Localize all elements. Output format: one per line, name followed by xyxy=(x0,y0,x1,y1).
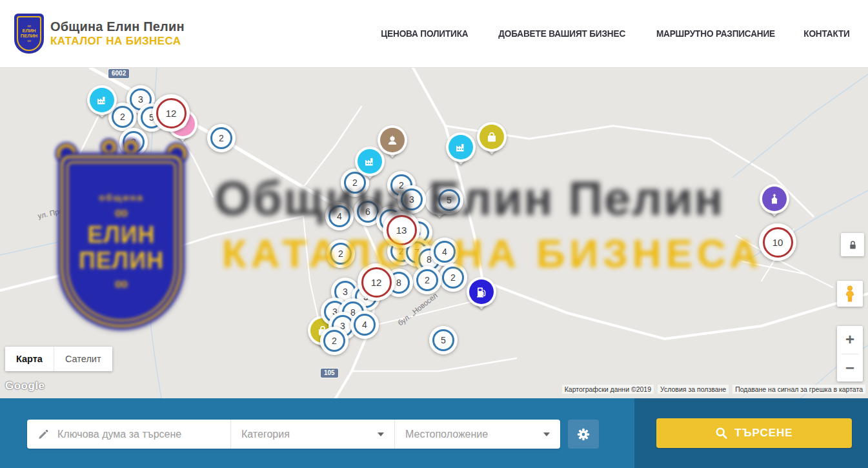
cluster-marker-5[interactable]: 5 xyxy=(435,186,463,214)
road-badge: 105 xyxy=(321,369,338,378)
chevron-down-icon xyxy=(378,432,384,436)
location-select-value: Местоположение xyxy=(405,429,488,440)
site-title: Община Елин Пелин xyxy=(50,19,185,34)
road-badge: 6002 xyxy=(108,69,129,78)
map-type-satellite-button[interactable]: Сателит xyxy=(54,347,112,371)
lock-icon xyxy=(847,239,858,250)
cluster-marker-2[interactable]: 2 xyxy=(119,128,148,156)
worker-icon xyxy=(380,128,405,152)
zoom-control: + − xyxy=(837,326,863,382)
cluster-marker-2[interactable]: 2 xyxy=(413,266,441,294)
nav-item-1[interactable]: ЦЕНОВА ПОЛИТИКА xyxy=(381,28,468,39)
cluster-count: 2 xyxy=(330,243,352,265)
nav-item-3[interactable]: МАРШРУТНО РАЗПИСАНИЕ xyxy=(656,28,775,39)
cluster-marker-13[interactable]: 13 xyxy=(383,211,420,249)
attribution-text: Картографски данни ©2019 xyxy=(562,385,654,394)
cluster-marker-2[interactable]: 2 xyxy=(320,327,348,355)
cluster-marker-12[interactable]: 12 xyxy=(152,94,190,132)
cluster-count: 2 xyxy=(123,131,145,153)
cluster-count: 2 xyxy=(210,127,232,149)
church-icon xyxy=(762,187,787,211)
cluster-count: 3 xyxy=(401,188,423,210)
map-type-control: Карта Сателит xyxy=(5,347,112,371)
main-nav: ЦЕНОВА ПОЛИТИКАДОБАВЕТЕ ВАШИЯТ БИЗНЕСМАР… xyxy=(378,28,851,39)
cluster-count: 2 xyxy=(416,269,438,291)
category-select[interactable]: Категория xyxy=(231,420,395,449)
google-logo[interactable]: Google xyxy=(5,380,45,392)
municipality-logo: ∞ ЕЛИНПЕЛИН ∞ xyxy=(14,14,44,54)
header: ∞ ЕЛИНПЕЛИН ∞ Община Елин Пелин КАТАЛОГ … xyxy=(0,0,868,68)
pencil-icon xyxy=(37,428,50,440)
attribution-link[interactable]: Подаване на сигнал за грешка в картата xyxy=(732,385,865,394)
keyword-input[interactable] xyxy=(57,429,230,440)
pegman-icon xyxy=(843,285,857,302)
category-pin-factory[interactable] xyxy=(87,85,117,115)
pegman-button[interactable] xyxy=(837,281,863,307)
cluster-marker-10[interactable]: 10 xyxy=(759,223,796,261)
cluster-count: 2 xyxy=(323,330,345,352)
cluster-marker-2[interactable]: 2 xyxy=(207,124,236,152)
cluster-marker-3[interactable]: 3 xyxy=(398,185,426,214)
site-subtitle: КАТАЛОГ НА БИЗНЕСА xyxy=(50,35,185,48)
chevron-down-icon xyxy=(543,432,550,436)
cluster-count: 4 xyxy=(354,314,376,336)
cluster-count: 5 xyxy=(438,189,460,211)
cluster-marker-4[interactable]: 4 xyxy=(430,238,459,266)
factory-icon xyxy=(449,135,473,159)
cluster-marker-5[interactable]: 5 xyxy=(429,326,458,354)
nav-item-4[interactable]: КОНТАКТИ xyxy=(803,28,849,39)
cluster-marker-2[interactable]: 2 xyxy=(327,239,355,268)
gear-icon xyxy=(576,427,590,442)
category-pin-worker[interactable] xyxy=(378,125,407,155)
brand[interactable]: ∞ ЕЛИНПЕЛИН ∞ Община Елин Пелин КАТАЛОГ … xyxy=(14,14,185,54)
search-icon xyxy=(715,427,728,440)
bag-icon xyxy=(479,125,504,149)
cluster-count: 4 xyxy=(434,241,456,263)
category-select-value: Категория xyxy=(241,429,290,440)
cluster-marker-12[interactable]: 12 xyxy=(358,263,395,301)
cluster-count: 12 xyxy=(156,98,187,128)
attribution-link[interactable]: Условия за ползване xyxy=(658,385,729,394)
category-pin-church[interactable] xyxy=(760,184,789,214)
cluster-count: 13 xyxy=(387,215,417,245)
zoom-out-button[interactable]: − xyxy=(837,354,863,382)
cluster-count: 6 xyxy=(357,201,379,223)
cluster-marker-4[interactable]: 4 xyxy=(325,202,354,230)
search-box: Категория Местоположение xyxy=(27,420,560,449)
cluster-count: 4 xyxy=(328,205,350,227)
zoom-in-button[interactable]: + xyxy=(837,326,863,354)
cluster-marker-4[interactable]: 4 xyxy=(350,310,379,339)
search-bar: Категория Местоположение ТЪРСЕНЕ xyxy=(0,398,868,468)
category-pin-fuel[interactable] xyxy=(467,277,496,307)
category-pin-factory[interactable] xyxy=(446,132,476,162)
logo-ornament: ∞ xyxy=(27,39,31,43)
map-attribution: Картографски данни ©2019Условия за ползв… xyxy=(562,385,865,394)
category-pin-bag[interactable] xyxy=(477,122,507,152)
map-type-map-button[interactable]: Карта xyxy=(5,347,54,371)
lock-button[interactable] xyxy=(841,233,864,256)
advanced-settings-button[interactable] xyxy=(568,420,599,449)
cluster-count: 2 xyxy=(442,267,464,289)
factory-icon xyxy=(90,88,114,112)
location-select[interactable]: Местоположение xyxy=(395,420,560,449)
logo-name: ЕЛИНПЕЛИН xyxy=(21,28,37,39)
search-button[interactable]: ТЪРСЕНЕ xyxy=(656,418,852,448)
cluster-marker-2[interactable]: 2 xyxy=(439,263,467,292)
nav-item-2[interactable]: ДОБАВЕТЕ ВАШИЯТ БИЗНЕС xyxy=(498,28,625,39)
fuel-icon xyxy=(469,280,494,304)
cluster-count: 5 xyxy=(432,329,454,351)
search-button-label: ТЪРСЕНЕ xyxy=(734,427,792,440)
cluster-count: 12 xyxy=(361,267,392,298)
cluster-count: 10 xyxy=(763,227,793,258)
keyword-field xyxy=(27,420,231,449)
map-canvas[interactable]: 6002105 ул. Преславбул. „Новосел 3251222… xyxy=(0,68,868,398)
